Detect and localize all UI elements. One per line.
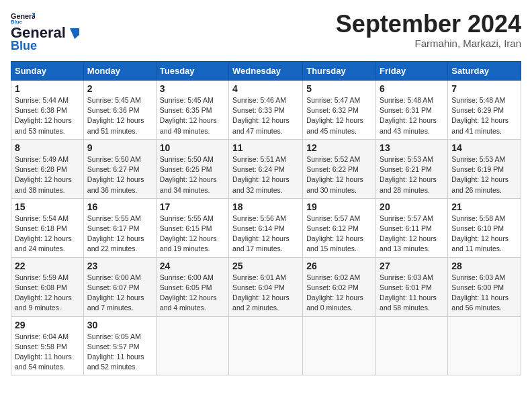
calendar-cell: 24Sunrise: 6:00 AMSunset: 6:05 PMDayligh… [156, 257, 228, 316]
day-number: 18 [232, 201, 299, 212]
svg-marker-3 [70, 28, 79, 39]
col-monday: Monday [83, 62, 156, 81]
calendar-cell [229, 316, 303, 375]
calendar-header-row: Sunday Monday Tuesday Wednesday Thursday… [11, 62, 521, 81]
day-info: Sunrise: 5:50 AMSunset: 6:25 PMDaylight:… [160, 154, 225, 195]
calendar-cell [448, 316, 521, 375]
day-info: Sunrise: 5:54 AMSunset: 6:18 PMDaylight:… [15, 214, 80, 255]
calendar-cell: 10Sunrise: 5:50 AMSunset: 6:25 PMDayligh… [156, 139, 228, 198]
day-info: Sunrise: 5:53 AMSunset: 6:21 PMDaylight:… [380, 154, 444, 195]
day-info: Sunrise: 5:45 AMSunset: 6:36 PMDaylight:… [87, 95, 152, 136]
day-number: 22 [15, 261, 80, 271]
calendar-cell: 27Sunrise: 6:03 AMSunset: 6:01 PMDayligh… [376, 257, 448, 316]
calendar-cell [376, 316, 448, 375]
calendar-cell: 29Sunrise: 6:04 AMSunset: 5:58 PMDayligh… [11, 316, 84, 375]
day-info: Sunrise: 6:04 AMSunset: 5:58 PMDaylight:… [15, 332, 80, 373]
calendar-cell: 5Sunrise: 5:47 AMSunset: 6:32 PMDaylight… [303, 81, 376, 140]
day-info: Sunrise: 6:00 AMSunset: 6:07 PMDaylight:… [87, 273, 152, 314]
calendar-cell: 16Sunrise: 5:55 AMSunset: 6:17 PMDayligh… [83, 198, 156, 257]
calendar-cell: 22Sunrise: 5:59 AMSunset: 6:08 PMDayligh… [11, 257, 84, 316]
calendar-cell: 14Sunrise: 5:53 AMSunset: 6:19 PMDayligh… [448, 139, 521, 198]
calendar-cell: 2Sunrise: 5:45 AMSunset: 6:36 PMDaylight… [83, 81, 156, 140]
day-number: 26 [306, 261, 372, 271]
calendar-cell: 28Sunrise: 6:03 AMSunset: 6:00 PMDayligh… [448, 257, 521, 316]
day-number: 16 [87, 201, 152, 212]
day-info: Sunrise: 5:55 AMSunset: 6:15 PMDaylight:… [160, 214, 225, 255]
day-info: Sunrise: 5:48 AMSunset: 6:31 PMDaylight:… [380, 95, 444, 136]
calendar-cell: 30Sunrise: 6:05 AMSunset: 5:57 PMDayligh… [83, 316, 156, 375]
day-number: 27 [380, 261, 444, 271]
calendar-table: Sunday Monday Tuesday Wednesday Thursday… [11, 61, 521, 375]
calendar-cell: 4Sunrise: 5:46 AMSunset: 6:33 PMDaylight… [229, 81, 303, 140]
day-info: Sunrise: 5:49 AMSunset: 6:28 PMDaylight:… [15, 154, 80, 195]
calendar-cell: 20Sunrise: 5:57 AMSunset: 6:11 PMDayligh… [376, 198, 448, 257]
day-number: 5 [306, 83, 372, 94]
col-wednesday: Wednesday [229, 62, 303, 81]
calendar-cell: 3Sunrise: 5:45 AMSunset: 6:35 PMDaylight… [156, 81, 228, 140]
day-number: 1 [15, 83, 80, 94]
svg-text:Blue: Blue [11, 19, 23, 24]
day-info: Sunrise: 5:48 AMSunset: 6:29 PMDaylight:… [451, 95, 517, 136]
day-number: 11 [232, 142, 299, 153]
day-info: Sunrise: 5:57 AMSunset: 6:11 PMDaylight:… [380, 214, 444, 255]
day-number: 2 [87, 83, 152, 94]
calendar-cell: 25Sunrise: 6:01 AMSunset: 6:04 PMDayligh… [229, 257, 303, 316]
day-number: 25 [232, 261, 299, 271]
day-number: 23 [87, 261, 152, 271]
day-info: Sunrise: 5:46 AMSunset: 6:33 PMDaylight:… [232, 95, 299, 136]
day-info: Sunrise: 5:51 AMSunset: 6:24 PMDaylight:… [232, 154, 299, 195]
day-info: Sunrise: 5:45 AMSunset: 6:35 PMDaylight:… [160, 95, 225, 136]
calendar-cell: 1Sunrise: 5:44 AMSunset: 6:38 PMDaylight… [11, 81, 84, 140]
day-number: 10 [160, 142, 225, 153]
calendar-week-row: 8Sunrise: 5:49 AMSunset: 6:28 PMDaylight… [11, 139, 521, 198]
day-number: 8 [15, 142, 80, 153]
day-info: Sunrise: 5:53 AMSunset: 6:19 PMDaylight:… [451, 154, 517, 195]
day-number: 24 [160, 261, 225, 271]
day-info: Sunrise: 5:50 AMSunset: 6:27 PMDaylight:… [87, 154, 152, 195]
calendar-cell: 26Sunrise: 6:02 AMSunset: 6:02 PMDayligh… [303, 257, 376, 316]
logo-arrow-icon [67, 26, 82, 40]
calendar-week-row: 22Sunrise: 5:59 AMSunset: 6:08 PMDayligh… [11, 257, 521, 316]
calendar-cell: 13Sunrise: 5:53 AMSunset: 6:21 PMDayligh… [376, 139, 448, 198]
day-info: Sunrise: 6:01 AMSunset: 6:04 PMDaylight:… [232, 273, 299, 314]
calendar-cell: 21Sunrise: 5:58 AMSunset: 6:10 PMDayligh… [448, 198, 521, 257]
day-number: 30 [87, 320, 152, 330]
calendar-cell: 9Sunrise: 5:50 AMSunset: 6:27 PMDaylight… [83, 139, 156, 198]
calendar-week-row: 15Sunrise: 5:54 AMSunset: 6:18 PMDayligh… [11, 198, 521, 257]
day-info: Sunrise: 5:55 AMSunset: 6:17 PMDaylight:… [87, 214, 152, 255]
calendar-cell: 12Sunrise: 5:52 AMSunset: 6:22 PMDayligh… [303, 139, 376, 198]
day-number: 28 [451, 261, 517, 271]
day-info: Sunrise: 5:47 AMSunset: 6:32 PMDaylight:… [306, 95, 372, 136]
day-info: Sunrise: 5:58 AMSunset: 6:10 PMDaylight:… [451, 214, 517, 255]
day-number: 20 [380, 201, 444, 212]
day-info: Sunrise: 6:02 AMSunset: 6:02 PMDaylight:… [306, 273, 372, 314]
day-number: 14 [451, 142, 517, 153]
page-header: General Blue General Blue September 2024… [11, 11, 521, 53]
location: Farmahin, Markazi, Iran [336, 38, 521, 49]
calendar-cell: 11Sunrise: 5:51 AMSunset: 6:24 PMDayligh… [229, 139, 303, 198]
calendar-cell: 17Sunrise: 5:55 AMSunset: 6:15 PMDayligh… [156, 198, 228, 257]
day-info: Sunrise: 5:56 AMSunset: 6:14 PMDaylight:… [232, 214, 299, 255]
calendar-cell: 7Sunrise: 5:48 AMSunset: 6:29 PMDaylight… [448, 81, 521, 140]
title-block: September 2024 Farmahin, Markazi, Iran [336, 11, 521, 49]
col-saturday: Saturday [448, 62, 521, 81]
calendar-cell: 19Sunrise: 5:57 AMSunset: 6:12 PMDayligh… [303, 198, 376, 257]
col-thursday: Thursday [303, 62, 376, 81]
col-tuesday: Tuesday [156, 62, 228, 81]
logo-icon: General Blue [11, 11, 35, 24]
day-number: 9 [87, 142, 152, 153]
logo: General Blue General Blue [11, 11, 83, 53]
calendar-cell: 8Sunrise: 5:49 AMSunset: 6:28 PMDaylight… [11, 139, 84, 198]
calendar-cell: 23Sunrise: 6:00 AMSunset: 6:07 PMDayligh… [83, 257, 156, 316]
calendar-week-row: 1Sunrise: 5:44 AMSunset: 6:38 PMDaylight… [11, 81, 521, 140]
logo-blue: Blue [11, 39, 37, 53]
calendar-cell [156, 316, 228, 375]
day-number: 3 [160, 83, 225, 94]
calendar-cell: 18Sunrise: 5:56 AMSunset: 6:14 PMDayligh… [229, 198, 303, 257]
day-info: Sunrise: 5:59 AMSunset: 6:08 PMDaylight:… [15, 273, 80, 314]
col-friday: Friday [376, 62, 448, 81]
calendar-cell: 15Sunrise: 5:54 AMSunset: 6:18 PMDayligh… [11, 198, 84, 257]
month-title: September 2024 [336, 11, 521, 38]
day-number: 7 [451, 83, 517, 94]
day-number: 17 [160, 201, 225, 212]
